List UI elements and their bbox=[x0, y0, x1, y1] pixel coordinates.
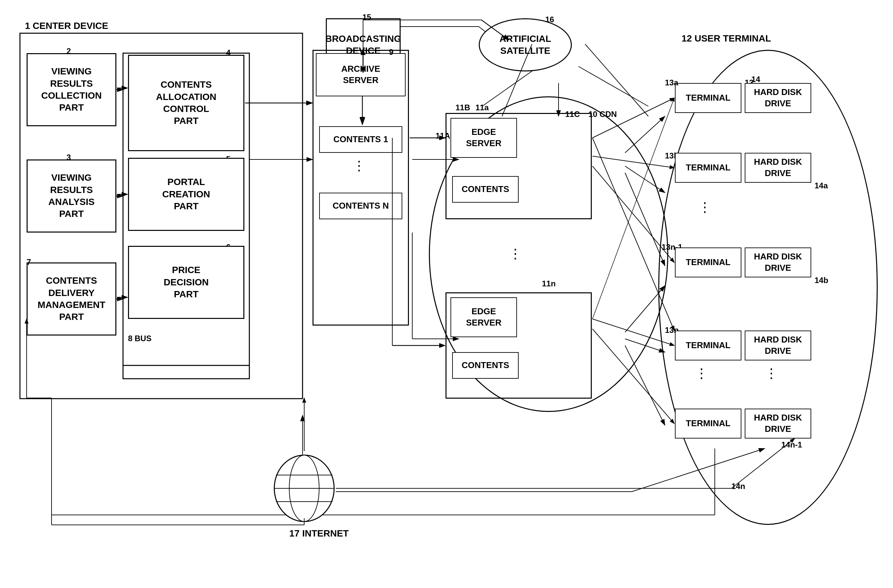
contents-delivery-box: CONTENTSDELIVERYMANAGEMENTPART bbox=[27, 262, 116, 336]
dots-terminals: ⋮ bbox=[698, 200, 711, 214]
cdn-label: 10 CDN bbox=[588, 110, 617, 119]
center-device-label: 1 CENTER DEVICE bbox=[25, 21, 108, 31]
price-decision-text: PRICEDECISIONPART bbox=[164, 264, 209, 300]
viewing-results-collection-text: VIEWINGRESULTSCOLLECTIONPART bbox=[41, 66, 102, 114]
contentsN-text: CONTENTS N bbox=[333, 200, 389, 212]
num-15-label: 15 bbox=[362, 13, 371, 22]
svg-line-22 bbox=[579, 66, 648, 106]
terminal-13b-text: TERMINAL bbox=[686, 162, 731, 173]
portal-creation-text: PORTALCREATIONPART bbox=[162, 176, 210, 212]
internet-label: 17 INTERNET bbox=[289, 528, 349, 539]
viewing-results-analysis-box: VIEWINGRESULTSANALYSISPART bbox=[27, 159, 116, 232]
contents-allocation-box: CONTENTSALLOCATIONCONTROLPART bbox=[128, 55, 244, 151]
hdd-14-text: HARD DISKDRIVE bbox=[754, 87, 802, 109]
hdd-under-13n-box: HARD DISKDRIVE bbox=[745, 330, 811, 360]
viewing-results-collection-box: VIEWINGRESULTSCOLLECTIONPART bbox=[27, 53, 116, 126]
contents-top-text: CONTENTS bbox=[462, 184, 509, 195]
edge-server-top-text: EDGESERVER bbox=[466, 127, 501, 149]
bus-label: 8 BUS bbox=[128, 334, 152, 343]
num-14n-label: 14n bbox=[731, 482, 745, 491]
terminal-13b-box: TERMINAL bbox=[675, 153, 741, 183]
terminal-14n1-box: TERMINAL bbox=[675, 409, 741, 438]
hdd-14a-text: HARD DISKDRIVE bbox=[754, 156, 802, 179]
num-14n1-label: 14n-1 bbox=[781, 440, 802, 450]
contents-allocation-text: CONTENTSALLOCATIONCONTROLPART bbox=[156, 79, 216, 127]
artificial-satellite-text: ARTIFICIALSATELLITE bbox=[499, 33, 551, 57]
archive-server-text: ARCHIVESERVER bbox=[341, 63, 380, 86]
hdd-under-13n-text: HARD DISKDRIVE bbox=[754, 334, 802, 357]
terminal-13n-box: TERMINAL bbox=[675, 330, 741, 360]
num-9-label: 9 bbox=[389, 48, 393, 57]
contents-delivery-text: CONTENTSDELIVERYMANAGEMENTPART bbox=[38, 275, 105, 323]
contents-bottom-box: CONTENTS bbox=[452, 352, 519, 379]
hdd-14b-text: HARD DISKDRIVE bbox=[754, 251, 802, 274]
terminal-13n1-box: TERMINAL bbox=[675, 248, 741, 278]
edge-server-bottom-text: EDGESERVER bbox=[466, 306, 501, 328]
terminal-13a-text: TERMINAL bbox=[686, 92, 731, 104]
hdd-14n1-text: HARD DISKDRIVE bbox=[754, 412, 802, 435]
edge-server-bottom-box: EDGESERVER bbox=[451, 297, 517, 337]
hdd-14b-box: HARD DISKDRIVE bbox=[745, 248, 811, 278]
num-3-label: 3 bbox=[66, 153, 71, 162]
svg-line-52 bbox=[585, 44, 648, 116]
num-14b-label: 14b bbox=[815, 276, 828, 285]
price-decision-box: PRICEDECISIONPART bbox=[128, 246, 244, 319]
num-11a-label: 11a bbox=[475, 103, 489, 112]
terminal-13n1-text: TERMINAL bbox=[686, 257, 731, 268]
archive-server-box: ARCHIVESERVER bbox=[316, 53, 406, 96]
num-13a-label: 13a bbox=[665, 78, 678, 87]
num-11B-label: 11B bbox=[456, 103, 470, 112]
edge-server-top-box: EDGESERVER bbox=[451, 118, 517, 158]
hdd-14a-box: HARD DISKDRIVE bbox=[745, 153, 811, 183]
user-terminal-ellipse bbox=[658, 50, 878, 525]
contents-bottom-text: CONTENTS bbox=[462, 360, 509, 371]
dots-edge: ⋮ bbox=[509, 246, 522, 261]
user-terminal-label: 12 USER TERMINAL bbox=[681, 33, 771, 44]
dots-hdd2: ⋮ bbox=[765, 365, 778, 381]
contents1-text: CONTENTS 1 bbox=[334, 134, 388, 145]
artificial-satellite-ellipse: ARTIFICIALSATELLITE bbox=[479, 18, 572, 71]
hdd-14n1-box: HARD DISKDRIVE bbox=[745, 409, 811, 438]
num-16-label: 16 bbox=[545, 15, 554, 24]
diagram: 1 CENTER DEVICE VIEWINGRESULTSCOLLECTION… bbox=[0, 0, 893, 588]
internet-symbol bbox=[273, 452, 336, 525]
portal-creation-box: PORTALCREATIONPART bbox=[128, 158, 244, 231]
num-11n-label: 11n bbox=[542, 279, 556, 288]
terminal-14n1-text: TERMINAL bbox=[686, 418, 731, 429]
num-14-label: 14 bbox=[752, 75, 760, 84]
contents1-box: CONTENTS 1 bbox=[319, 126, 402, 153]
terminal-13a-box: TERMINAL bbox=[675, 83, 741, 113]
dots-middle: ⋮ bbox=[352, 158, 366, 173]
contentsN-box: CONTENTS N bbox=[319, 193, 402, 219]
terminal-13n-text: TERMINAL bbox=[686, 340, 731, 351]
dots-terminals2: ⋮ bbox=[695, 365, 708, 381]
viewing-results-analysis-text: VIEWINGRESULTSANALYSISPART bbox=[48, 172, 95, 220]
contents-top-box: CONTENTS bbox=[452, 176, 519, 202]
num-14a-label: 14a bbox=[815, 181, 828, 190]
num-2-label: 2 bbox=[66, 46, 71, 56]
num-7-label: 7 bbox=[27, 258, 31, 267]
hdd-14-box: HARD DISKDRIVE bbox=[745, 83, 811, 113]
